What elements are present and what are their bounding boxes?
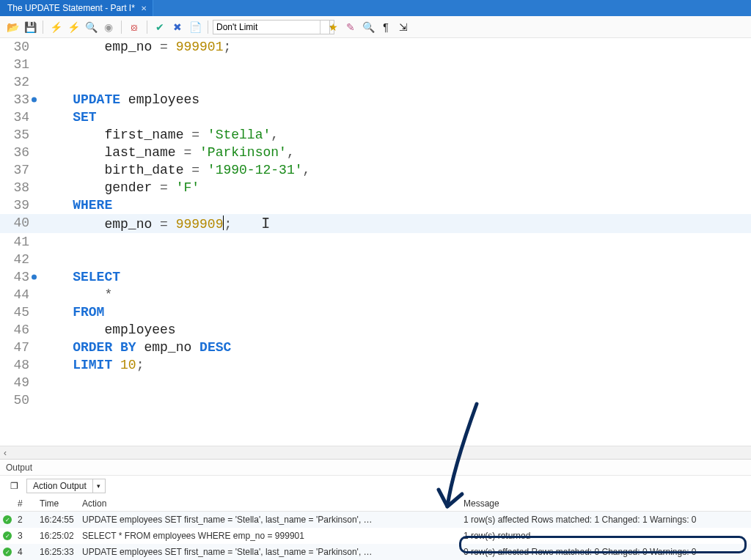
line-number: 43 <box>0 268 34 286</box>
cell-action: UPDATE employees SET first_name = 'Stell… <box>79 515 461 525</box>
open-icon[interactable]: 📂 <box>4 19 21 35</box>
col-time[interactable]: Time <box>37 498 79 509</box>
line-number: 32 <box>0 73 34 91</box>
code-line[interactable]: 42 <box>0 251 751 268</box>
output-mode-icon[interactable]: ❐ <box>6 478 22 494</box>
code-text[interactable]: first_name = 'Stella', <box>34 126 279 144</box>
line-number: 33 <box>0 91 34 108</box>
code-text[interactable]: employees <box>34 321 176 339</box>
explain-icon[interactable]: 🔍 <box>83 19 99 35</box>
code-text[interactable] <box>34 374 41 391</box>
commit-icon[interactable]: ⦻ <box>126 19 142 35</box>
line-number: 50 <box>0 391 34 409</box>
tab-bar: The UPDATE Statement - Part I* ✕ <box>0 0 751 16</box>
code-line[interactable]: 30 emp_no = 999901; <box>0 38 751 56</box>
separator <box>43 21 43 34</box>
line-number: 44 <box>0 286 34 303</box>
line-number: 37 <box>0 161 34 179</box>
code-line[interactable]: 46 employees <box>0 321 751 339</box>
code-line[interactable]: 43 SELECT <box>0 268 751 286</box>
code-line[interactable]: 37 birth_date = '1990-12-31', <box>0 161 751 179</box>
line-number: 34 <box>0 108 34 126</box>
separator <box>121 21 122 34</box>
line-number: 45 <box>0 303 34 321</box>
code-line[interactable]: 49 <box>0 374 751 391</box>
code-text[interactable]: WHERE <box>34 196 112 214</box>
cell-message: 1 row(s) returned <box>461 531 751 541</box>
pilcrow-icon[interactable]: ¶ <box>378 19 394 35</box>
code-line[interactable]: 39 WHERE <box>0 196 751 214</box>
code-text[interactable]: FROM <box>34 303 104 321</box>
code-line[interactable]: 31 <box>0 56 751 73</box>
code-line[interactable]: 34 SET <box>0 108 751 126</box>
code-text[interactable]: SELECT <box>34 268 120 286</box>
line-number: 40 <box>0 214 34 233</box>
code-text[interactable]: UPDATE employees <box>34 91 199 108</box>
success-icon: ✓ <box>3 548 12 556</box>
col-action[interactable]: Action <box>79 498 461 509</box>
col-message[interactable]: Message <box>461 498 751 509</box>
save-icon[interactable]: 💾 <box>22 19 38 35</box>
search-icon[interactable]: 🔍 <box>360 19 376 35</box>
row-limit-input[interactable] <box>213 20 330 34</box>
execute-step-icon[interactable]: ⚡ <box>65 19 81 35</box>
chevron-down-icon[interactable]: ▾ <box>92 479 105 493</box>
output-row[interactable]: ✓216:24:55UPDATE employees SET first_nam… <box>0 512 751 528</box>
code-text[interactable]: SET <box>34 108 97 126</box>
code-line[interactable]: 36 last_name = 'Parkinson', <box>0 144 751 161</box>
code-line[interactable]: 41 <box>0 233 751 251</box>
success-icon: ✓ <box>3 531 12 540</box>
code-line[interactable]: 32 <box>0 73 751 91</box>
code-line[interactable]: 33 UPDATE employees <box>0 91 751 108</box>
code-text[interactable]: birth_date = '1990-12-31', <box>34 161 310 179</box>
code-text[interactable] <box>34 56 41 73</box>
sql-editor[interactable]: 30 emp_no = 999901;313233 UPDATE employe… <box>0 38 751 446</box>
code-text[interactable]: emp_no = 999901; <box>34 38 231 56</box>
code-line[interactable]: 47 ORDER BY emp_no DESC <box>0 339 751 356</box>
code-text[interactable]: emp_no = 999909;I <box>34 214 270 233</box>
code-text[interactable] <box>34 73 41 91</box>
output-type-select[interactable]: Action Output ▾ <box>26 479 106 493</box>
cell-num: 3 <box>15 531 37 541</box>
code-text[interactable]: gender = 'F' <box>34 179 199 196</box>
code-line[interactable]: 48 LIMIT 10; <box>0 356 751 374</box>
code-line[interactable]: 45 FROM <box>0 303 751 321</box>
code-text[interactable]: * <box>34 286 112 303</box>
beautify-icon[interactable]: ✎ <box>342 19 359 35</box>
tab-title: The UPDATE Statement - Part I* <box>7 3 135 13</box>
cell-num: 2 <box>15 515 37 525</box>
code-line[interactable]: 40 emp_no = 999909;I <box>0 214 751 233</box>
scroll-left-icon[interactable]: ‹ <box>0 448 10 458</box>
row-limit-select[interactable]: ▾ <box>213 20 315 34</box>
horizontal-scrollbar[interactable]: ‹ <box>0 446 751 459</box>
code-text[interactable]: ORDER BY emp_no DESC <box>34 339 231 356</box>
code-text[interactable] <box>34 233 41 251</box>
output-toolbar: ❐ Action Output ▾ <box>0 475 751 495</box>
wrap-icon[interactable]: ⇲ <box>395 19 411 35</box>
execute-icon[interactable]: ⚡ <box>48 19 64 35</box>
line-number: 42 <box>0 251 34 268</box>
close-icon[interactable]: ✕ <box>141 4 147 12</box>
output-row[interactable]: ✓316:25:02SELECT * FROM employees WHERE … <box>0 528 751 544</box>
favorite-icon[interactable]: ★ <box>325 19 341 35</box>
code-line[interactable]: 38 gender = 'F' <box>0 179 751 196</box>
cell-time: 16:25:33 <box>37 547 79 557</box>
code-line[interactable]: 35 first_name = 'Stella', <box>0 126 751 144</box>
output-row[interactable]: ✓416:25:33UPDATE employees SET first_nam… <box>0 544 751 560</box>
output-grid: # Time Action Message ✓216:24:55UPDATE e… <box>0 495 751 560</box>
cancel-icon[interactable]: ✖ <box>169 19 186 35</box>
code-text[interactable]: LIMIT 10; <box>34 356 144 374</box>
settings-icon[interactable]: 📄 <box>187 19 203 35</box>
code-line[interactable]: 44 * <box>0 286 751 303</box>
code-line[interactable]: 50 <box>0 391 751 409</box>
code-text[interactable] <box>34 391 41 409</box>
line-number: 30 <box>0 38 34 56</box>
code-text[interactable]: last_name = 'Parkinson', <box>34 144 295 161</box>
line-number: 36 <box>0 144 34 161</box>
col-num[interactable]: # <box>15 498 37 509</box>
stop-icon[interactable]: ◉ <box>100 19 117 35</box>
editor-tab[interactable]: The UPDATE Statement - Part I* ✕ <box>0 0 153 16</box>
check-icon[interactable]: ✔ <box>152 19 168 35</box>
toolbar: 📂 💾 ⚡ ⚡ 🔍 ◉ ⦻ ✔ ✖ 📄 ▾ ★ ✎ 🔍 ¶ ⇲ <box>0 16 751 38</box>
code-text[interactable] <box>34 251 41 268</box>
